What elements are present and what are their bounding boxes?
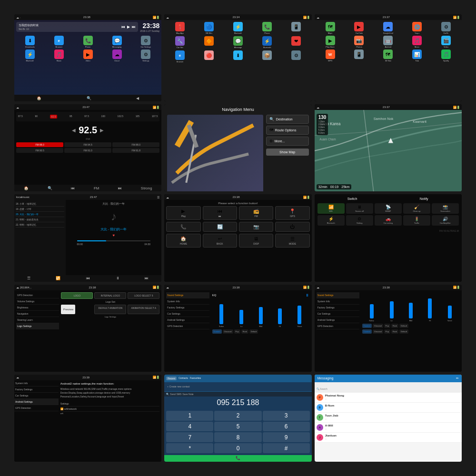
preset-default[interactable]: Default <box>249 329 258 334</box>
contact-add-icon[interactable]: + Create new contact <box>167 385 189 388</box>
preset-1[interactable]: FM 88.0 <box>16 142 63 147</box>
mh-spotify[interactable]: 🎵Spotify <box>432 50 460 62</box>
s11-gps[interactable]: GPS Detection <box>166 323 209 329</box>
si-gps[interactable]: GPS Detection <box>16 292 59 298</box>
radio-strong[interactable]: Strong <box>141 186 152 190</box>
sw-setting[interactable]: ⚙Setting <box>346 215 373 226</box>
logo-btn-logo[interactable]: LOGO <box>61 292 93 299</box>
app-downloads[interactable]: ⬇Downloads <box>16 36 44 48</box>
app-phone[interactable]: 📞Phone <box>74 36 102 48</box>
eq12-hi[interactable]: Hi <box>428 298 432 322</box>
mh-phone[interactable]: 📱 <box>346 50 373 62</box>
app-cloud[interactable]: ☁Cloud <box>103 50 131 62</box>
eq-pause-icon[interactable]: ⏸ <box>305 293 309 298</box>
s11-sound[interactable]: Sound Settings <box>166 292 209 298</box>
tab-contacts[interactable]: Contacts <box>178 377 188 380</box>
nav-more-btn[interactable]: ⚙ More... <box>266 137 309 146</box>
track-2[interactable]: 19. 恋爱 - 计年 <box>16 207 64 212</box>
si-steer[interactable]: Steering Learn <box>16 317 59 323</box>
preset-classical[interactable]: Classical <box>223 329 233 334</box>
ag-orange[interactable]: 🔶 <box>195 36 222 49</box>
mnext-btn[interactable]: ⏭ <box>145 276 149 280</box>
nav-destination-btn[interactable]: 🔍 Destination <box>266 115 309 124</box>
track-5[interactable]: 22. 明明 - 地球记忆 <box>16 222 64 228</box>
eq12-mid[interactable]: Mid <box>409 303 413 322</box>
a13-factory[interactable]: Factory Settings <box>14 387 59 393</box>
mh-yt[interactable]: ▶YouTube <box>346 22 373 34</box>
a13-gps[interactable]: GPS Detection <box>14 405 59 411</box>
ag-bt2[interactable]: ⚡Bluetooth <box>224 22 251 34</box>
sw-screen[interactable]: 🖥Screen off <box>346 203 373 214</box>
mh-photos[interactable]: 📷Photos <box>346 36 373 48</box>
dial-7[interactable]: 7 <box>166 432 213 442</box>
a13-sysinfo[interactable]: System Info <box>14 380 59 387</box>
func-rotate[interactable]: 🔄 <box>203 222 237 232</box>
phone-note[interactable]: Save Note <box>182 393 193 396</box>
ag-carset[interactable]: 🔧Car Set <box>166 36 193 49</box>
eq12-lo[interactable]: Lo <box>390 301 394 322</box>
eq-lo[interactable]: Lo <box>239 310 243 327</box>
p12-custom2[interactable]: Custom <box>362 329 372 334</box>
logo-btn-select5[interactable]: LOGO SELECT 5 <box>128 292 159 299</box>
app-bt[interactable]: ⚡Bluetooth <box>16 50 44 62</box>
music-controls[interactable]: ⏮ ▶ ⏭ <box>121 25 136 29</box>
app-carsettings[interactable]: ⚙Car Settings <box>132 36 159 48</box>
preset-pop[interactable]: Pop <box>234 329 240 334</box>
dial-0[interactable]: 0 <box>214 443 261 453</box>
preset-6[interactable]: FM 91.8 <box>112 148 159 153</box>
func-power[interactable]: ⏻ <box>275 222 309 232</box>
dial-9[interactable]: 9 <box>263 432 310 442</box>
ag-red[interactable]: ❤ <box>283 36 310 49</box>
p12-rock[interactable]: Rock <box>391 324 398 328</box>
mh-video[interactable]: 🎬Video <box>432 36 460 48</box>
a13-android[interactable]: Android Settings <box>14 399 59 405</box>
back-btn[interactable]: ◀ <box>136 96 139 100</box>
tab-fav[interactable]: Favourites <box>190 377 201 380</box>
dial-6[interactable]: 6 <box>263 422 310 432</box>
mh-tata[interactable]: 📊Tata <box>403 50 431 62</box>
p12-classical[interactable]: Classical <box>373 324 383 328</box>
mh-carst[interactable]: ⚙CarSt. <box>432 22 460 34</box>
chat-tuun[interactable]: T Tuun Jiab ... <box>315 413 462 423</box>
mh-android[interactable]: 🤖Android <box>374 36 402 48</box>
preset-5[interactable]: FM 91.0 <box>64 148 111 153</box>
call-btn[interactable]: 📞 <box>164 455 311 462</box>
repeat-btn[interactable]: 🔁 <box>56 276 60 280</box>
func-back[interactable]: ↩BACK <box>203 234 237 248</box>
func-fm[interactable]: 📻FM <box>239 206 273 220</box>
ag-dl[interactable]: ⬇ <box>224 50 251 63</box>
s11-carset[interactable]: Car Settings <box>166 311 209 317</box>
dial-hash[interactable]: # <box>263 443 310 453</box>
dial-8[interactable]: 8 <box>214 432 261 442</box>
s12-sysinfo[interactable]: System Info <box>317 298 359 305</box>
ag-msg[interactable]: 💬Message <box>224 36 251 49</box>
func-call[interactable]: 📞 <box>166 222 200 232</box>
func-mode[interactable]: ☰MODE <box>275 234 309 248</box>
ag-pink[interactable]: 🔴 <box>195 50 222 63</box>
eq12-subw[interactable]: Subw. <box>369 304 374 322</box>
eq-mid[interactable]: Mid <box>259 307 263 327</box>
ag-phone[interactable]: 📞Phone <box>254 22 281 34</box>
show-map-btn[interactable]: Show Map <box>266 149 309 156</box>
chat-jianluan[interactable]: J Jianluan ... <box>315 433 462 443</box>
dial-4[interactable]: 4 <box>166 422 213 432</box>
eq-hi[interactable]: Hi <box>278 308 282 327</box>
p12-default[interactable]: Default <box>399 324 408 328</box>
s12-android[interactable]: Android Settings <box>317 317 359 323</box>
preset-3[interactable]: FM 88.0 <box>112 142 159 147</box>
func-home[interactable]: 🏠HOME <box>166 234 200 248</box>
sw-amp[interactable]: 🔊Car Amplifier <box>432 215 459 226</box>
msg-search-icon[interactable]: 🔍 Search <box>317 387 327 390</box>
messaging-new[interactable]: ✏ <box>456 377 459 380</box>
mh-wps[interactable]: WWPS <box>317 50 344 62</box>
dial-5[interactable]: 5 <box>214 422 261 432</box>
phone-send[interactable]: Send SMS <box>170 393 181 396</box>
ag-set[interactable]: ⚙ <box>283 50 310 63</box>
dial-star[interactable]: * <box>166 443 213 453</box>
sw-screenshot[interactable]: 📸Screenshot <box>432 203 459 214</box>
app-browser[interactable]: eBrowser <box>45 36 73 48</box>
logo-anim-a[interactable]: ANIMATION SELECT A <box>128 305 159 314</box>
p12-classical2[interactable]: Classical <box>373 329 383 334</box>
dial-1[interactable]: 1 <box>166 411 213 421</box>
ag-bt3[interactable]: ⚡Bluetooth <box>254 36 281 49</box>
